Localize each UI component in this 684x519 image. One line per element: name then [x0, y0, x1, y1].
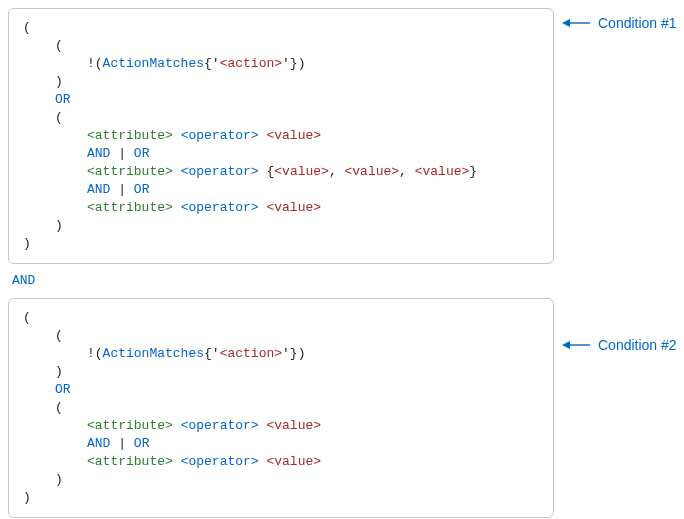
code-line: !(ActionMatches{'<action>'}) — [23, 55, 543, 73]
attribute-ph: <attribute> — [87, 200, 173, 215]
action-matches: ActionMatches — [103, 346, 204, 361]
paren-close: ) — [55, 218, 63, 233]
attribute-ph: <attribute> — [87, 164, 173, 179]
code-line: OR — [23, 381, 543, 399]
paren-open: ( — [55, 328, 63, 343]
annotation-condition-1: Condition #1 — [562, 14, 677, 32]
svg-marker-3 — [562, 341, 570, 349]
close-paren: ) — [298, 56, 306, 71]
or-kw: OR — [55, 382, 71, 397]
pipe: | — [118, 146, 126, 161]
annotation-label-2: Condition #2 — [598, 336, 677, 354]
arrow-left-icon — [562, 339, 590, 351]
value-ph: <value> — [266, 418, 321, 433]
comma: , — [329, 164, 345, 179]
annotation-condition-2: Condition #2 — [562, 336, 677, 354]
or-kw: OR — [55, 92, 71, 107]
comma: , — [399, 164, 415, 179]
code-box-condition-2: ( ( !(ActionMatches{'<action>'}) ) OR ( … — [8, 298, 554, 518]
action-matches: ActionMatches — [103, 56, 204, 71]
code-line: ( — [23, 399, 543, 417]
or-kw: OR — [134, 436, 150, 451]
code-line: ) — [23, 235, 543, 253]
action-ph: <action> — [220, 56, 282, 71]
attribute-ph: <attribute> — [87, 454, 173, 469]
page-root: Condition #1 Condition #2 ( ( !(ActionMa… — [0, 0, 684, 519]
code-line: ) — [23, 489, 543, 507]
paren-close: ) — [55, 74, 63, 89]
or-kw: OR — [134, 146, 150, 161]
code-line: ( — [23, 19, 543, 37]
between-operator-row: AND — [12, 272, 684, 290]
code-line: ) — [23, 363, 543, 381]
attribute-ph: <attribute> — [87, 128, 173, 143]
paren-open: ( — [23, 20, 31, 35]
not-open: !( — [87, 56, 103, 71]
attribute-ph: <attribute> — [87, 418, 173, 433]
annotation-label-1: Condition #1 — [598, 14, 677, 32]
code-line: ) — [23, 471, 543, 489]
paren-close: ) — [23, 490, 31, 505]
action-ph: <action> — [220, 346, 282, 361]
value-ph: <value> — [266, 454, 321, 469]
value-ph: <value> — [266, 200, 321, 215]
paren-open: ( — [55, 110, 63, 125]
code-line: AND | OR — [23, 435, 543, 453]
and-kw: AND — [87, 436, 110, 451]
code-line: ) — [23, 217, 543, 235]
code-line: <attribute> <operator> <value> — [23, 453, 543, 471]
paren-close: ) — [55, 364, 63, 379]
operator-ph: <operator> — [181, 128, 259, 143]
quote-close: '} — [282, 56, 298, 71]
code-line: <attribute> <operator> <value> — [23, 127, 543, 145]
between-and: AND — [12, 273, 35, 288]
code-line: ( — [23, 37, 543, 55]
operator-ph: <operator> — [181, 418, 259, 433]
value-ph: <value> — [274, 164, 329, 179]
paren-close: ) — [23, 236, 31, 251]
operator-ph: <operator> — [181, 454, 259, 469]
pipe: | — [118, 182, 126, 197]
pipe: | — [118, 436, 126, 451]
code-line: OR — [23, 91, 543, 109]
code-line: <attribute> <operator> <value> — [23, 199, 543, 217]
paren-close: ) — [55, 472, 63, 487]
code-line: <attribute> <operator> {<value>, <value>… — [23, 163, 543, 181]
code-line: ( — [23, 109, 543, 127]
value-ph: <value> — [266, 128, 321, 143]
or-kw: OR — [134, 182, 150, 197]
svg-marker-1 — [562, 19, 570, 27]
code-line: AND | OR — [23, 181, 543, 199]
value-ph: <value> — [415, 164, 470, 179]
value-ph: <value> — [345, 164, 400, 179]
paren-open: ( — [55, 38, 63, 53]
quote-close: '} — [282, 346, 298, 361]
and-kw: AND — [87, 146, 110, 161]
code-box-condition-1: ( ( !(ActionMatches{'<action>'}) ) OR ( … — [8, 8, 554, 264]
paren-open: ( — [55, 400, 63, 415]
and-kw: AND — [87, 182, 110, 197]
code-line: ( — [23, 309, 543, 327]
not-open: !( — [87, 346, 103, 361]
arrow-left-icon — [562, 17, 590, 29]
operator-ph: <operator> — [181, 200, 259, 215]
quote-open: {' — [204, 346, 220, 361]
code-line: ) — [23, 73, 543, 91]
operator-ph: <operator> — [181, 164, 259, 179]
code-line: <attribute> <operator> <value> — [23, 417, 543, 435]
brace-close: } — [469, 164, 477, 179]
code-line: !(ActionMatches{'<action>'}) — [23, 345, 543, 363]
code-line: ( — [23, 327, 543, 345]
code-line: AND | OR — [23, 145, 543, 163]
paren-open: ( — [23, 310, 31, 325]
quote-open: {' — [204, 56, 220, 71]
close-paren: ) — [298, 346, 306, 361]
